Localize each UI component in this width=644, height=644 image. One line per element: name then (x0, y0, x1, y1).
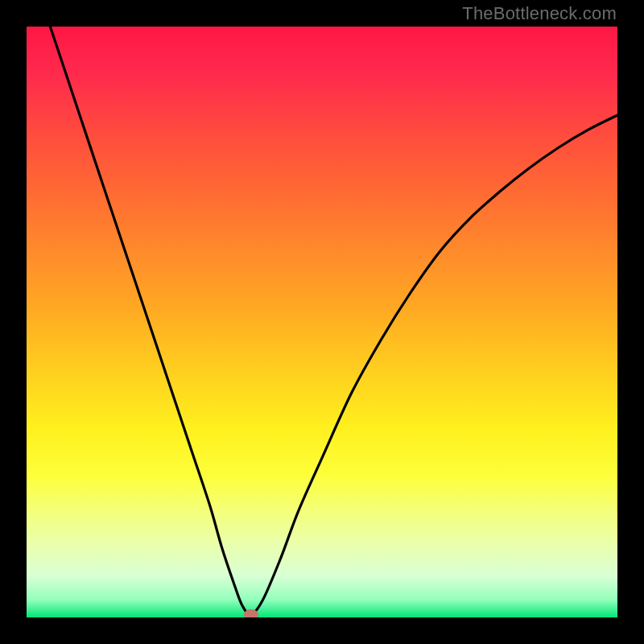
chart-frame: TheBottleneck.com (0, 0, 644, 644)
watermark-text: TheBottleneck.com (462, 3, 617, 24)
bottleneck-curve (50, 27, 617, 615)
plot-area (27, 27, 617, 617)
curve-svg (27, 27, 617, 617)
